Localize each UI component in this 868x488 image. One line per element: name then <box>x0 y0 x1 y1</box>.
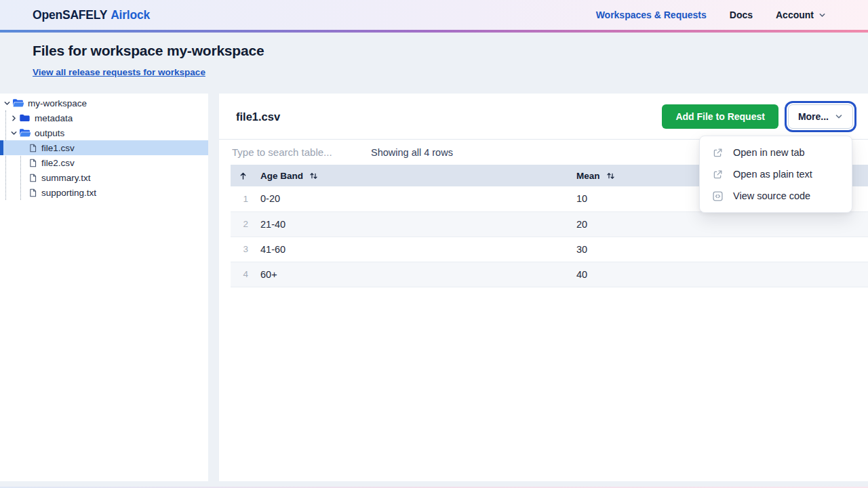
tree-item-supporting-txt[interactable]: supporting.txt <box>0 185 208 200</box>
tree-item-label: supporting.txt <box>41 188 96 198</box>
more-button[interactable]: More... <box>788 104 853 129</box>
menu-item-label: Open in new tab <box>733 147 805 158</box>
tree-item-label: metadata <box>35 113 73 123</box>
external-link-icon <box>712 169 724 180</box>
sort-ascending-icon <box>239 171 248 180</box>
table-row: 3 41-60 30 <box>231 237 868 262</box>
cell-age-band: 60+ <box>255 262 571 287</box>
tree-item-file2-csv[interactable]: file2.csv <box>0 155 208 170</box>
brand-primary: OpenSAFELY <box>33 8 107 22</box>
chevron-down-icon[interactable] <box>1 100 12 107</box>
tree-item-outputs[interactable]: outputs <box>0 125 208 140</box>
menu-item-open-plain-text[interactable]: Open as plain text <box>700 163 852 185</box>
file-panel-header: file1.csv Add File to Request More... <box>219 94 868 139</box>
tree-item-label: outputs <box>35 128 64 138</box>
chevron-down-icon <box>818 12 826 19</box>
cell-age-band: 21-40 <box>255 211 571 237</box>
file-actions: Add File to Request More... <box>662 104 853 129</box>
search-input[interactable] <box>231 146 359 159</box>
col-header-label: Mean <box>576 171 600 181</box>
cell-row-index: 2 <box>231 211 255 237</box>
file-tree-sidebar: my-workspace metadata outputs file <box>0 94 208 481</box>
page-title: Files for workspace my-workspace <box>33 43 835 59</box>
col-header-age-band[interactable]: Age Band <box>255 165 571 186</box>
col-header-row-index[interactable] <box>231 165 255 186</box>
menu-item-open-new-tab[interactable]: Open in new tab <box>700 142 852 163</box>
cell-age-band: 0-20 <box>255 186 571 211</box>
external-link-icon <box>712 147 724 159</box>
more-dropdown-menu: Open in new tab Open as plain text View … <box>699 136 852 213</box>
nav-link-workspaces-requests[interactable]: Workspaces & Requests <box>596 9 707 20</box>
menu-item-label: Open as plain text <box>733 169 812 180</box>
sort-toggle-icon <box>606 171 615 180</box>
file-icon <box>28 188 37 198</box>
tree-item-my-workspace[interactable]: my-workspace <box>0 96 208 110</box>
tree-item-file1-csv[interactable]: file1.csv <box>0 140 208 155</box>
row-count-status: Showing all 4 rows <box>371 147 453 158</box>
account-menu-button[interactable]: Account <box>776 9 826 20</box>
brand-secondary: Airlock <box>111 8 150 22</box>
menu-item-view-source-code[interactable]: View source code <box>700 185 852 207</box>
tree-item-label: summary.txt <box>41 173 91 183</box>
tree-item-metadata[interactable]: metadata <box>0 110 208 125</box>
sort-toggle-icon <box>309 171 318 180</box>
tree-item-label: file1.csv <box>41 143 75 153</box>
cell-age-band: 41-60 <box>255 237 571 262</box>
view-release-requests-link[interactable]: View all release requests for workspace <box>33 67 205 77</box>
tree-item-label: my-workspace <box>28 98 87 108</box>
cell-row-index: 3 <box>231 237 255 262</box>
folder-open-icon <box>19 128 31 138</box>
more-button-label: More... <box>798 111 829 122</box>
file-icon <box>28 173 37 183</box>
folder-closed-icon <box>19 113 31 123</box>
table-row: 2 21-40 20 <box>231 211 868 237</box>
account-menu-label: Account <box>776 9 814 20</box>
folder-open-icon <box>12 98 24 108</box>
brand-logo[interactable]: OpenSAFELYAirlock <box>33 8 150 22</box>
file-icon <box>28 158 37 168</box>
top-navbar: OpenSAFELYAirlock Workspaces & Requests … <box>0 0 868 30</box>
chevron-right-icon[interactable] <box>8 115 19 122</box>
source-code-icon <box>712 190 724 202</box>
tree-item-summary-txt[interactable]: summary.txt <box>0 170 208 185</box>
chevron-down-icon <box>835 113 843 121</box>
nav-links: Workspaces & Requests Docs Account <box>596 9 826 20</box>
cell-row-index: 4 <box>231 262 255 287</box>
nav-link-docs[interactable]: Docs <box>730 9 753 20</box>
tree-item-label: file2.csv <box>41 158 75 168</box>
menu-item-label: View source code <box>733 190 810 201</box>
file-title: file1.csv <box>236 110 280 123</box>
cell-row-index: 1 <box>231 186 255 211</box>
table-row: 4 60+ 40 <box>231 262 868 287</box>
cell-mean: 20 <box>571 211 868 237</box>
page-header: Files for workspace my-workspace View al… <box>0 33 868 94</box>
cell-mean: 40 <box>571 262 868 287</box>
cell-mean: 30 <box>571 237 868 262</box>
chevron-down-icon[interactable] <box>8 129 19 137</box>
add-file-to-request-button[interactable]: Add File to Request <box>662 104 778 129</box>
file-icon <box>28 143 37 153</box>
col-header-label: Age Band <box>260 171 303 181</box>
